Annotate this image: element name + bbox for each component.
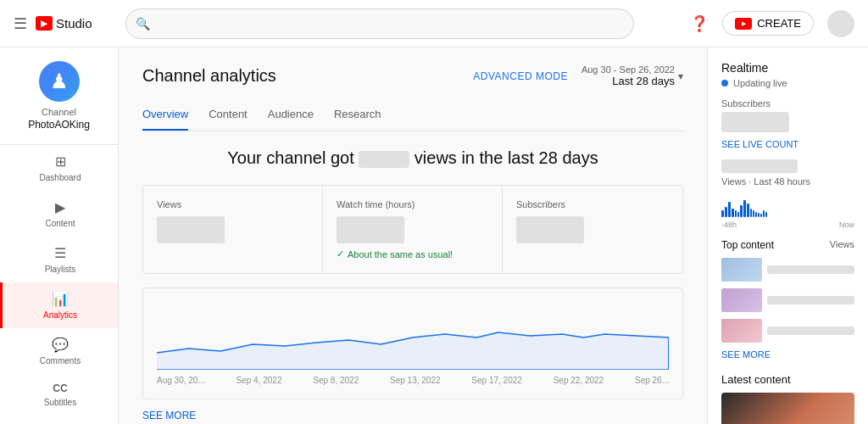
topbar: ☰ ▶ Studio 🔍 ❓ CREATE [0, 0, 868, 47]
advanced-mode-button[interactable]: ADVANCED MODE [473, 70, 568, 82]
realtime-live: Updating live [721, 78, 854, 88]
chart-label-3: Sep 13, 2022 [390, 376, 441, 385]
sidebar-item-playlists[interactable]: ☰ Playlists [0, 237, 118, 282]
tab-overview[interactable]: Overview [142, 101, 188, 131]
date-range-label: Last 28 days [581, 75, 675, 87]
mini-bar [753, 210, 754, 217]
yt-logo-icon: ▶ [36, 16, 53, 31]
top-item-text-2 [767, 326, 854, 335]
mini-bar [743, 200, 746, 217]
mini-bar [732, 209, 734, 217]
analytics-icon: 📊 [52, 291, 69, 307]
create-btn-label: CREATE [757, 17, 801, 30]
mini-bar [765, 212, 767, 217]
hamburger-icon[interactable]: ☰ [14, 14, 27, 33]
subscribers-value [721, 112, 789, 132]
date-range: Aug 30 - Sep 26, 2022 Last 28 days [581, 64, 675, 87]
chart-label-6: Sep 26... [635, 376, 669, 385]
latest-content-title: Latest content [721, 373, 854, 386]
help-icon[interactable]: ❓ [690, 14, 709, 33]
comments-icon: 💬 [52, 337, 69, 353]
sidebar-item-monetization[interactable]: $ Monetization [0, 416, 118, 424]
checkmark-icon: ✓ [337, 248, 344, 259]
topbar-left: ☰ ▶ Studio [14, 14, 92, 33]
mini-chart [721, 192, 854, 217]
panel-see-more-button[interactable]: SEE MORE [721, 349, 854, 360]
tab-content[interactable]: Content [209, 101, 248, 131]
sidebar-item-comments[interactable]: 💬 Comments [0, 328, 118, 374]
top-item-1 [721, 288, 854, 312]
hero-text-before: Your channel got [227, 148, 353, 167]
stat-label-watch-time: Watch time (hours) [337, 199, 488, 209]
top-item-0 [721, 258, 854, 282]
mini-bar [747, 204, 749, 217]
analytics-tabs: Overview Content Audience Research [142, 101, 683, 131]
mini-bar [750, 209, 752, 217]
tab-research[interactable]: Research [334, 101, 381, 131]
stats-cards: Views Watch time (hours) ✓ About the sam… [142, 185, 683, 274]
hero-text: Your channel got views in the last 28 da… [142, 148, 683, 168]
see-live-count-button[interactable]: SEE LIVE COUNT [721, 139, 854, 149]
sidebar-item-subtitles[interactable]: CC Subtitles [0, 374, 118, 416]
stat-card-views: Views [143, 186, 323, 273]
mini-chart-end: Now [839, 220, 854, 229]
avatar[interactable] [827, 10, 854, 37]
top-item-thumb-1 [721, 288, 762, 312]
chart-label-0: Aug 30, 20... [157, 376, 205, 385]
chart-label-5: Sep 22, 2022 [554, 376, 604, 385]
stat-label-subscribers: Subscribers [516, 199, 669, 209]
see-more-button[interactable]: SEE MORE [142, 410, 683, 421]
stat-value-subscribers [516, 216, 584, 243]
right-panel: Realtime Updating live Subscribers SEE L… [707, 47, 868, 424]
mini-bar [755, 212, 757, 217]
stat-card-subscribers: Subscribers [503, 186, 682, 273]
subscribers-label: Subscribers [721, 98, 854, 109]
create-btn-yt-icon [735, 18, 752, 30]
sidebar-item-content[interactable]: ▶ Content [0, 191, 118, 237]
sidebar-item-label: Subtitles [44, 398, 76, 407]
stat-note-watch-time: ✓ About the same as usual! [337, 248, 488, 259]
mini-chart-labels: -48h Now [721, 220, 854, 229]
sidebar-item-label: Comments [40, 356, 81, 365]
page-title: Channel analytics [142, 66, 276, 86]
top-item-thumb-0 [721, 258, 762, 282]
mini-bar [763, 210, 765, 217]
sidebar-channel: ♟ Channel PhotoAOKing [0, 47, 118, 145]
channel-label: Channel [42, 107, 76, 117]
sidebar-item-analytics[interactable]: 📊 Analytics [0, 282, 118, 328]
tab-audience[interactable]: Audience [268, 101, 314, 131]
date-range-wrapper: Aug 30 - Sep 26, 2022 Last 28 days ▾ [581, 64, 683, 87]
mini-bar [728, 202, 731, 217]
top-content-views-label: Views [830, 239, 854, 251]
date-range-dates: Aug 30 - Sep 26, 2022 [581, 64, 675, 75]
mini-bar [760, 214, 762, 217]
search-input[interactable] [125, 8, 634, 39]
yt-logo: ▶ Studio [36, 16, 92, 31]
create-button[interactable]: CREATE [722, 11, 814, 36]
latest-content-thumb: PHOTOSHOP BASIC How to replace image [721, 393, 854, 424]
mini-chart-start: -48h [721, 220, 737, 229]
stat-card-watch-time: Watch time (hours) ✓ About the same as u… [323, 186, 503, 273]
sidebar-item-label: Dashboard [40, 173, 81, 182]
views-last-48h-label: Views · Last 48 hours [721, 176, 854, 187]
main-content: Channel analytics ADVANCED MODE Aug 30 -… [119, 47, 707, 424]
date-dropdown-icon[interactable]: ▾ [678, 70, 683, 82]
topbar-right: ❓ CREATE [690, 10, 854, 37]
dashboard-icon: ⊞ [55, 153, 66, 170]
sidebar-item-label: Content [45, 219, 75, 228]
live-dot-icon [721, 80, 728, 86]
mini-bar [735, 210, 737, 217]
page-header: Channel analytics ADVANCED MODE Aug 30 -… [142, 64, 683, 87]
sidebar-item-dashboard[interactable]: ⊞ Dashboard [0, 145, 118, 191]
mini-bar [758, 213, 760, 217]
top-content-label-text: Top content [721, 239, 774, 251]
mini-bar [740, 205, 743, 217]
mini-bar [721, 210, 724, 217]
mini-bar [725, 207, 727, 217]
mini-bar [737, 212, 739, 217]
stat-value-watch-time [337, 216, 404, 243]
content-icon: ▶ [55, 199, 65, 215]
line-chart [157, 302, 669, 370]
views-blurred [721, 159, 798, 173]
realtime-title: Realtime [721, 61, 854, 75]
